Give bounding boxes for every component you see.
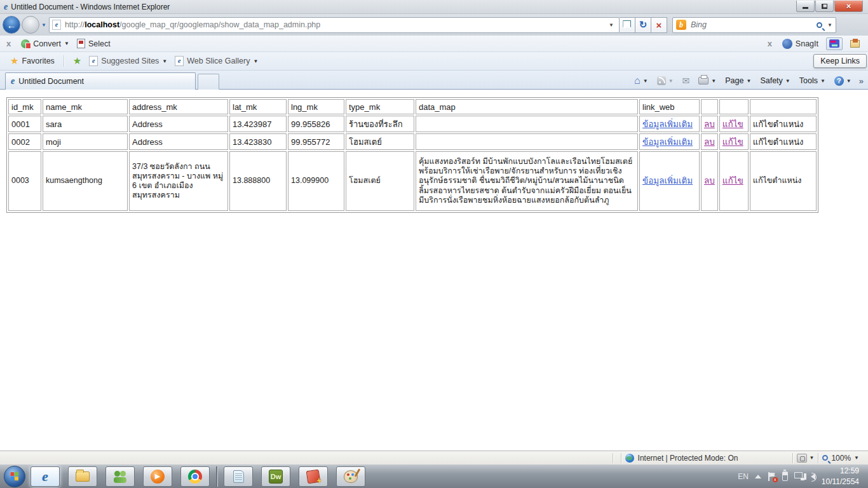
address-input[interactable]: e http://localhost/google_map_qr/googlem… — [49, 17, 620, 33]
convert-button[interactable]: Convert ▼ — [17, 39, 73, 48]
edit-position-text: แก้ไขตำแหน่ง — [750, 151, 817, 211]
home-button[interactable]: ⌂▼ — [631, 74, 651, 88]
delete-link[interactable]: ลบ — [704, 176, 715, 186]
cell-name: sara — [43, 116, 128, 132]
action-center-icon[interactable]: x — [768, 472, 776, 481]
edit-link[interactable]: แก้ไข — [722, 176, 743, 186]
search-icon[interactable] — [817, 22, 822, 28]
feeds-button[interactable]: ▼ — [654, 74, 677, 87]
suggested-sites-dropdown[interactable]: ▼ — [162, 58, 167, 64]
network-icon[interactable] — [794, 472, 804, 480]
taskbar-separator — [216, 466, 217, 487]
home-icon: ⌂ — [634, 76, 641, 86]
cell-lat: 13.423830 — [229, 133, 287, 150]
zoom-level: 100% — [831, 454, 851, 463]
separator — [64, 55, 64, 67]
favorites-button[interactable]: ★ Favorites — [6, 55, 58, 67]
delete-link[interactable]: ลบ — [704, 119, 715, 129]
taskbar-windows-explorer[interactable] — [68, 466, 97, 487]
snagit-capture-button[interactable] — [826, 37, 843, 50]
restore-icon — [822, 4, 827, 9]
help-menu[interactable]: ?▼ — [831, 74, 855, 88]
taskbar-notepad[interactable] — [224, 466, 253, 487]
restore-button[interactable] — [815, 1, 834, 12]
snagit-editor-icon — [306, 469, 321, 484]
more-info-link[interactable]: ข้อมูลเพิ่มเติม — [642, 119, 693, 129]
show-hidden-icons[interactable] — [755, 475, 761, 478]
snagit-close-icon[interactable]: x — [761, 39, 778, 48]
protected-mode-icon[interactable] — [797, 454, 807, 463]
select-button[interactable]: Select — [73, 39, 114, 48]
more-info-link[interactable]: ข้อมูลเพิ่มเติม — [642, 176, 693, 186]
start-button[interactable] — [4, 466, 25, 487]
taskbar-snagit-editor[interactable] — [299, 466, 328, 487]
close-button[interactable]: × — [834, 1, 863, 12]
search-box[interactable]: b Bing ▼ — [672, 17, 836, 33]
taskbar-chrome[interactable] — [180, 466, 210, 487]
zoom-control[interactable]: 100% ▼ — [822, 454, 868, 463]
table-row: 0003 kumsaengthong 37/3 ซอยวัดลังกา ถนน … — [8, 151, 817, 211]
forward-button[interactable] — [22, 16, 39, 34]
tools-menu[interactable]: Tools▼ — [796, 74, 829, 87]
table-row: 0002 moji Address 13.423830 99.955772 โฮ… — [8, 133, 817, 150]
print-button[interactable]: ▼ — [695, 75, 719, 86]
ie-logo-icon: e — [4, 3, 8, 11]
web-slice-dropdown[interactable]: ▼ — [253, 58, 258, 64]
edit-link[interactable]: แก้ไข — [722, 137, 743, 147]
more-info-link[interactable]: ข้อมูลเพิ่มเติม — [642, 137, 693, 147]
web-slice-icon: e — [175, 56, 184, 66]
more-commands-chevron[interactable]: » — [857, 76, 865, 86]
cell-address: 37/3 ซอยวัดลังกา ถนน สมุทรสงคราม - บางแพ… — [129, 151, 228, 211]
chrome-icon — [188, 470, 202, 484]
convert-dropdown[interactable]: ▼ — [64, 41, 69, 46]
web-slice-gallery-button[interactable]: e Web Slice Gallery ▼ — [171, 56, 262, 66]
volume-icon[interactable] — [811, 473, 815, 480]
tab-bar: e Untitled Document ⌂▼ ▼ ✉ ▼ Page▼ Safet… — [0, 71, 868, 90]
stop-button[interactable]: × — [651, 17, 667, 33]
favorites-bar: ★ Favorites ★ e Suggested Sites ▼ e Web … — [0, 52, 868, 71]
taskbar-paint[interactable] — [336, 466, 365, 487]
battery-icon[interactable] — [782, 471, 788, 481]
suggested-sites-button[interactable]: e Suggested Sites ▼ — [85, 56, 171, 66]
search-options-dropdown[interactable]: ▼ — [827, 22, 832, 28]
edit-link[interactable]: แก้ไข — [722, 119, 743, 129]
printer-icon — [698, 77, 709, 85]
taskbar-media-player[interactable]: ▶ — [143, 466, 172, 487]
toolbar-close-icon[interactable]: x — [0, 39, 17, 48]
back-button[interactable]: ← — [3, 16, 20, 34]
col-delete — [701, 99, 718, 114]
zoom-dropdown[interactable]: ▼ — [854, 455, 859, 461]
page-menu[interactable]: Page▼ — [722, 74, 754, 87]
taskbar-dreamweaver[interactable]: Dw — [261, 466, 290, 487]
read-mail-button[interactable]: ✉ — [679, 74, 693, 88]
language-indicator[interactable]: EN — [738, 472, 749, 481]
address-dropdown[interactable]: ▼ — [606, 22, 616, 28]
protected-mode-dropdown[interactable]: ▼ — [809, 455, 814, 461]
safety-menu[interactable]: Safety▼ — [757, 74, 793, 87]
add-favorite-button[interactable]: ★ — [69, 55, 85, 67]
close-icon: × — [846, 2, 851, 10]
compatibility-view-button[interactable] — [620, 17, 635, 33]
cell-lat: 13.423987 — [229, 116, 287, 132]
browser-viewport: id_mk name_mk address_mk lat_mk lng_mk t… — [0, 90, 868, 451]
data-table: id_mk name_mk address_mk lat_mk lng_mk t… — [6, 97, 818, 213]
select-icon — [77, 39, 85, 48]
clock[interactable]: 12:59 10/11/2554 — [822, 466, 862, 486]
command-bar: ⌂▼ ▼ ✉ ▼ Page▼ Safety▼ Tools▼ ?▼ » — [631, 72, 865, 89]
snagit-profile-button[interactable] — [846, 37, 863, 50]
keep-links-tooltip[interactable]: Keep Links — [813, 54, 867, 68]
tab-favicon: e — [11, 77, 15, 86]
recent-pages-dropdown[interactable]: ▼ — [41, 22, 46, 28]
snagit-button[interactable]: SnagIt — [778, 39, 822, 49]
tab-untitled-document[interactable]: e Untitled Document — [5, 72, 196, 90]
taskbar-internet-explorer[interactable]: e — [31, 466, 60, 487]
delete-link[interactable]: ลบ — [704, 137, 715, 147]
new-tab-button[interactable] — [198, 74, 219, 90]
col-edit-position — [750, 99, 817, 114]
edit-position-text: แก้ไขตำแหน่ง — [750, 116, 817, 132]
minimize-button[interactable] — [796, 1, 815, 12]
taskbar-messenger[interactable] — [105, 466, 135, 487]
refresh-button[interactable]: ↻ — [635, 17, 651, 33]
suggested-sites-icon: e — [89, 56, 98, 66]
help-icon: ? — [834, 76, 844, 86]
